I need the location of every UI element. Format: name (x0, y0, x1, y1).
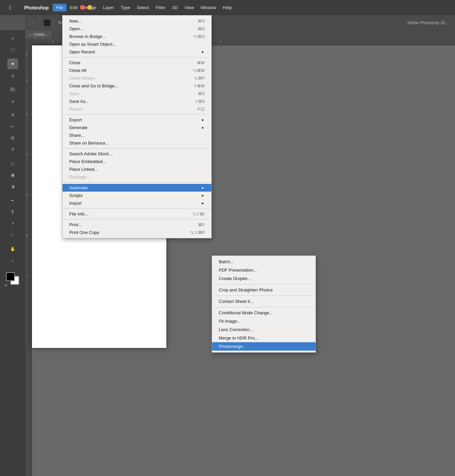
tool-shape[interactable]: □ (7, 229, 18, 240)
menu-item-behance-label: Share on Behance... (69, 141, 109, 146)
submenu-item-pdf-label: PDF Presentation... (219, 268, 257, 273)
menu-item-open[interactable]: Open... ⌘O (63, 25, 211, 33)
tool-hand[interactable]: ✋ (7, 243, 18, 254)
tool-dodge[interactable]: ◑ (7, 181, 18, 192)
submenu-item-droplet-label: Create Droplet... (219, 276, 251, 281)
menu-type[interactable]: Type (117, 4, 133, 11)
menu-window[interactable]: Window (197, 4, 219, 11)
menu-help[interactable]: Help (219, 4, 235, 11)
menu-filter[interactable]: Filter (152, 4, 169, 11)
tool-history[interactable]: ↺ (7, 144, 18, 155)
menu-item-file-info[interactable]: File Info... ⌥⇧⌘I (63, 210, 211, 218)
menu-item-close-others[interactable]: Close Others ⌥⌘P (63, 74, 211, 82)
menu-item-export[interactable]: Export ► (63, 116, 211, 124)
menu-item-close-bridge[interactable]: Close and Go to Bridge... ⇧⌘W (63, 82, 211, 90)
menu-item-open-recent-label: Open Recent (69, 49, 95, 54)
separator-5 (63, 208, 211, 209)
menu-item-revert[interactable]: Revert F12 (63, 105, 211, 113)
tool-options-box[interactable] (43, 19, 51, 27)
tool-type[interactable]: T (7, 206, 18, 217)
submenu-item-fit-image[interactable]: Fit Image... (212, 317, 316, 325)
tool-preset[interactable]: ⊹ (29, 19, 36, 26)
submenu-item-contact-sheet[interactable]: Contact Sheet II... (212, 297, 316, 306)
menu-item-package-label: Package... (69, 174, 90, 180)
menu-item-export-label: Export (69, 117, 82, 122)
file-menu-dropdown: New... ⌘N Open... ⌘O Browse in Bridge...… (62, 15, 212, 238)
submenu-item-photomerge-label: Photomerge... (219, 344, 246, 349)
tab-close-button[interactable]: × (29, 33, 31, 37)
tool-spot-heal[interactable]: ⊕ (7, 110, 18, 120)
menu-item-close-others-shortcut: ⌥⌘P (193, 76, 205, 81)
menu-item-place-embedded[interactable]: Place Embedded... (63, 158, 211, 165)
menu-item-stock[interactable]: Search Adobe Stock... (63, 150, 211, 158)
tool-eraser[interactable]: ◻ (7, 158, 18, 169)
menu-item-save-as-shortcut: ⇧⌘S (195, 99, 205, 104)
menu-item-place-linked[interactable]: Place Linked... (63, 165, 211, 173)
tool-eyedropper[interactable]: ⊿ (7, 95, 18, 106)
menu-item-generate[interactable]: Generate ► (63, 124, 211, 131)
submenu-item-droplet[interactable]: Create Droplet... (212, 274, 316, 283)
menu-item-new-label: New... (69, 18, 81, 24)
menu-item-share[interactable]: Share... (63, 131, 211, 139)
document-tab[interactable]: × Untitle... (25, 30, 52, 39)
tool-gradient[interactable]: ▣ (7, 169, 18, 180)
menu-item-close[interactable]: Close ⌘W (63, 59, 211, 67)
tool-selection[interactable]: ⊹ (7, 33, 18, 44)
submenu-item-batch[interactable]: Batch... (212, 257, 316, 266)
menu-item-file-info-shortcut: ⌥⇧⌘I (192, 212, 205, 216)
scripts-arrow: ► (201, 194, 205, 197)
menu-file[interactable]: File (53, 4, 67, 11)
menu-item-print-one-copy[interactable]: Print One Copy ⌥⇧⌘P (63, 229, 211, 236)
submenu-item-conditional-mode[interactable]: Conditional Mode Change... (212, 309, 316, 317)
menu-item-open-smart[interactable]: Open as Smart Object... (63, 40, 211, 48)
menu-layer[interactable]: Layer (100, 4, 118, 11)
menu-item-print-one-copy-label: Print One Copy (69, 230, 99, 235)
menu-item-automate[interactable]: Automate ► (63, 184, 211, 192)
tool-clone[interactable]: ⊞ (7, 132, 18, 143)
menu-item-close-label: Close (69, 60, 80, 65)
apple-menu[interactable]:  (0, 5, 20, 11)
menu-item-new[interactable]: New... ⌘N (63, 17, 211, 25)
submenu-item-photomerge[interactable]: Photomerge... (212, 342, 316, 351)
submenu-item-conditional-mode-label: Conditional Mode Change... (219, 310, 273, 315)
separator-3 (63, 148, 211, 149)
menu-item-save-as[interactable]: Save As... ⇧⌘S (63, 97, 211, 105)
menu-item-import[interactable]: Import ► (63, 199, 211, 207)
tool-zoom[interactable]: ⌕ (7, 255, 18, 266)
menu-item-automate-label: Automate (69, 185, 88, 190)
minimize-button[interactable] (87, 5, 92, 10)
menu-select[interactable]: Select (133, 4, 152, 11)
swap-colors-icon[interactable]: ⇄ (5, 283, 7, 287)
menu-item-close-all[interactable]: Close All ⌥⌘W (63, 67, 211, 74)
submenu-item-hdr[interactable]: Merge to HDR Pro... (212, 334, 316, 342)
menu-3d[interactable]: 3D (169, 4, 181, 11)
menu-item-save-shortcut: ⌘S (198, 91, 205, 96)
menu-view[interactable]: View (181, 4, 197, 11)
tool-magic-wand[interactable]: ✦ (7, 58, 18, 69)
menu-item-print[interactable]: Print... ⌘P (63, 221, 211, 229)
menu-item-scripts[interactable]: Scripts ► (63, 192, 211, 199)
close-button[interactable] (80, 5, 85, 10)
menu-item-place-linked-label: Place Linked... (69, 167, 98, 172)
tool-artboard[interactable]: ◯ (7, 44, 18, 55)
menu-item-print-one-copy-shortcut: ⌥⇧⌘P (190, 230, 205, 235)
menu-item-close-others-label: Close Others (69, 76, 95, 81)
menu-edit[interactable]: Edit (67, 4, 81, 11)
tool-path-select[interactable]: ↗ (7, 218, 18, 229)
menu-item-open-recent[interactable]: Open Recent ► (63, 48, 211, 56)
menu-item-open-shortcut: ⌘O (198, 27, 205, 31)
submenu-item-pdf[interactable]: PDF Presentation... (212, 266, 316, 274)
tool-lasso[interactable]: ⌀ (7, 70, 18, 81)
menu-item-package[interactable]: Package... (63, 173, 211, 181)
menu-item-save[interactable]: Save ⌘S (63, 90, 211, 97)
separator-4 (63, 182, 211, 183)
menu-item-behance[interactable]: Share on Behance... (63, 139, 211, 147)
menu-bar:  Photoshop File Edit Image Layer Type S… (0, 0, 455, 15)
tool-crop[interactable]: ⌧ (7, 84, 18, 95)
menu-item-browse[interactable]: Browse in Bridge... ⌥⌘O (63, 33, 211, 40)
submenu-item-lens-correction[interactable]: Lens Correction... (212, 325, 316, 334)
tool-brush[interactable]: ✏ (7, 121, 18, 132)
tool-pen[interactable]: ✒ (7, 195, 18, 206)
foreground-color-swatch[interactable] (6, 272, 15, 281)
submenu-item-crop-straighten[interactable]: Crop and Straighten Photos (212, 286, 316, 294)
